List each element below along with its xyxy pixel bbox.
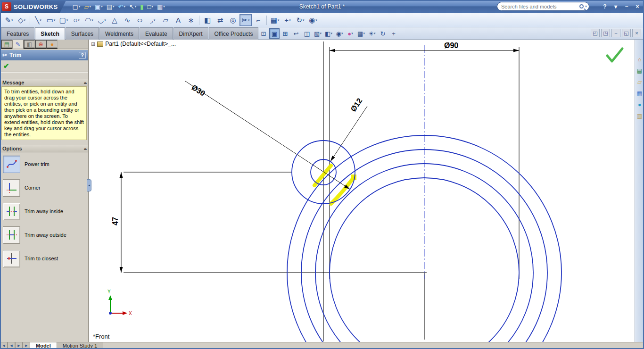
spline-button[interactable]: ∿: [121, 14, 133, 26]
sketch-canvas[interactable]: Ø90 47 Ø30 Ø12 Y X *Front: [89, 40, 635, 342]
confirm-checkmark[interactable]: [607, 49, 622, 61]
section-view-button[interactable]: ◫: [302, 28, 312, 39]
leader-line-d30[interactable]: [185, 81, 350, 189]
search-icon[interactable]: [579, 4, 584, 8]
hide-show-items-button[interactable]: ◉▾: [334, 28, 345, 39]
search-box[interactable]: ▾: [497, 2, 589, 11]
dimxpert-manager-tab[interactable]: ⊕: [35, 40, 46, 49]
file-explorer-tab[interactable]: ▱: [636, 77, 644, 86]
sketch-button[interactable]: ✎▾: [3, 14, 15, 26]
move-entities-button[interactable]: +▾: [281, 14, 294, 26]
trim-to-closest-button[interactable]: [3, 250, 20, 267]
point-button[interactable]: ∗: [185, 14, 197, 26]
display-pane-right-button[interactable]: ◳: [601, 29, 610, 37]
feature-tree-root-label[interactable]: Part1 (Default<<Default>_...: [105, 41, 176, 47]
open-button[interactable]: ▱▾: [83, 1, 92, 12]
trim-highlight-point[interactable]: [351, 174, 356, 180]
display-manager-tab[interactable]: ●: [46, 40, 58, 49]
tab-scroll-next-button[interactable]: ▶: [15, 342, 23, 349]
zoom-to-area-button[interactable]: ⊞: [280, 28, 290, 39]
dimension-d90-text[interactable]: Ø90: [444, 42, 458, 50]
design-library-tab[interactable]: ▤: [636, 66, 644, 75]
quick-snaps-button[interactable]: ◉▾: [307, 14, 319, 26]
dimension-d30-text[interactable]: Ø30: [190, 83, 206, 98]
chevron-down-icon[interactable]: ▾: [351, 32, 353, 35]
chevron-down-icon[interactable]: ▾: [303, 18, 305, 22]
close-button[interactable]: ×: [633, 2, 642, 11]
chevron-down-icon[interactable]: ▾: [113, 5, 115, 8]
configuration-manager-tab[interactable]: ◧: [24, 40, 35, 49]
dimension-47-text[interactable]: 47: [111, 217, 119, 225]
view-orientation-button[interactable]: ▣: [269, 28, 280, 39]
chevron-down-icon[interactable]: ▾: [89, 5, 91, 8]
pan-button[interactable]: +: [388, 28, 399, 39]
appearances-scenes-tab[interactable]: ●: [636, 100, 644, 109]
chevron-down-icon[interactable]: ▾: [248, 18, 250, 22]
dimension-d12-text[interactable]: Ø12: [349, 97, 363, 113]
chevron-down-icon[interactable]: ▾: [320, 32, 322, 35]
undo-button[interactable]: ↶▾: [117, 1, 127, 12]
view-palette-tab[interactable]: ▦: [636, 89, 644, 98]
chevron-down-icon[interactable]: ▾: [135, 5, 137, 8]
tab-model[interactable]: Model: [30, 342, 57, 349]
straight-slot-button[interactable]: ▢▾: [58, 14, 70, 26]
text-button[interactable]: A: [172, 14, 184, 26]
chevron-down-icon[interactable]: ▾: [24, 18, 26, 22]
save-button[interactable]: ▣▾: [93, 1, 104, 12]
options-button[interactable]: □▾: [146, 1, 155, 12]
tab-dimxpert[interactable]: DimXpert: [173, 27, 208, 40]
corner-rectangle-button[interactable]: ▭▾: [45, 14, 57, 26]
chevron-down-icon[interactable]: ▾: [78, 18, 80, 22]
chevron-down-icon[interactable]: ▾: [330, 32, 332, 35]
chevron-down-icon[interactable]: ▾: [66, 18, 68, 22]
chevron-down-icon[interactable]: ▾: [124, 5, 125, 8]
trim-away-inside-button[interactable]: [3, 203, 20, 220]
convert-entities-button[interactable]: ⇄: [214, 14, 226, 26]
tab-motion-study-1[interactable]: Motion Study 1: [57, 342, 103, 349]
help-button[interactable]: ?: [600, 2, 610, 11]
trim-entities-button[interactable]: ✂▾: [239, 14, 252, 26]
display-style-button[interactable]: ◧▾: [323, 28, 334, 39]
chevron-down-icon[interactable]: ▾: [40, 18, 41, 22]
collapse-icon[interactable]: ▴▴: [84, 81, 86, 85]
chevron-down-icon[interactable]: ▾: [79, 5, 81, 8]
trim-highlight-arc[interactable]: [331, 178, 353, 204]
file-properties-button[interactable]: ▦▾: [156, 1, 166, 12]
chevron-down-icon[interactable]: ▾: [151, 5, 153, 8]
chevron-down-icon[interactable]: ▾: [341, 32, 343, 35]
smart-dimension-button[interactable]: ◇▾: [16, 14, 28, 26]
previous-view-button[interactable]: ↩: [291, 28, 301, 39]
offset-entities-button[interactable]: ◎: [227, 14, 239, 26]
tab-scroll-first-button[interactable]: ◀: [0, 342, 8, 349]
option-trim-away-inside[interactable]: Trim away inside: [0, 199, 88, 223]
tab-features[interactable]: Features: [1, 27, 34, 40]
horizontal-scrollbar-track[interactable]: [103, 342, 644, 349]
standard-views-button[interactable]: ▧▾: [313, 28, 323, 39]
expand-menu-button[interactable]: ▾: [611, 2, 620, 11]
chevron-down-icon[interactable]: ▾: [315, 18, 317, 22]
tab-evaluate[interactable]: Evaluate: [140, 27, 173, 40]
message-group-header[interactable]: Message ▴▴: [0, 79, 88, 86]
chevron-down-icon[interactable]: ▾: [54, 18, 56, 22]
extend-entities-button[interactable]: ⌐: [252, 14, 264, 26]
display-delete-relations-button[interactable]: ↻▾: [294, 14, 306, 26]
tab-weldments[interactable]: Weldments: [99, 27, 139, 40]
chevron-down-icon[interactable]: ▾: [91, 18, 93, 22]
edit-appearance-button[interactable]: ●▾: [345, 28, 355, 39]
linear-sketch-pattern-button[interactable]: ▦▾: [269, 14, 281, 26]
chevron-down-icon[interactable]: ▾: [163, 5, 165, 8]
graphics-area[interactable]: ⊞ Part1 (Default<<Default>_...: [89, 40, 635, 342]
tab-office-products[interactable]: Office Products: [209, 27, 259, 40]
chevron-down-icon[interactable]: ▾: [101, 5, 103, 8]
ellipse-button[interactable]: ○: [134, 14, 146, 26]
tangent-arc-button[interactable]: ◡▾: [96, 14, 108, 26]
search-input[interactable]: [501, 4, 578, 9]
pm-help-button[interactable]: ?: [79, 52, 86, 59]
option-corner[interactable]: Corner: [0, 176, 88, 199]
option-power-trim[interactable]: Power trim: [0, 152, 88, 176]
view-settings-button[interactable]: ☀▾: [367, 28, 377, 39]
circle-button[interactable]: ○▾: [70, 14, 83, 26]
restore-document-button[interactable]: ◱: [622, 29, 631, 37]
property-manager-tab[interactable]: ✎: [12, 40, 24, 49]
corner-button[interactable]: [3, 179, 20, 197]
